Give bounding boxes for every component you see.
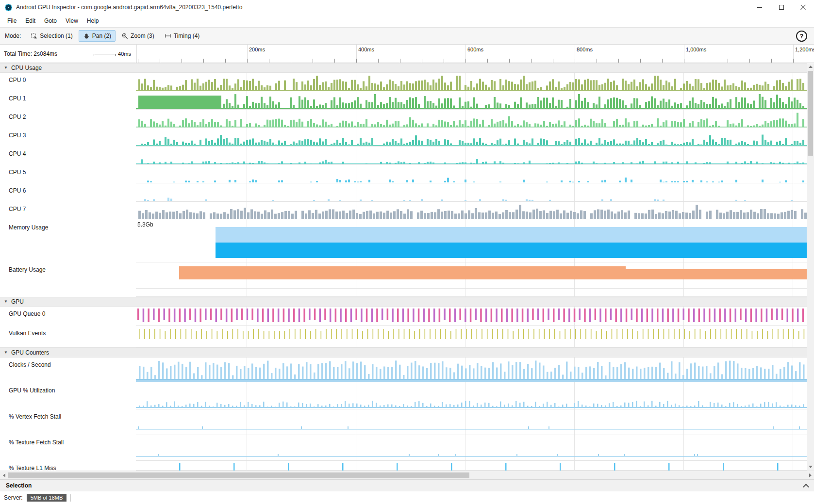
timing-icon — [165, 33, 171, 39]
chart-canvas[interactable] — [136, 383, 807, 409]
chart-canvas[interactable] — [136, 202, 807, 220]
selection-mode-button[interactable]: Selection (1) — [26, 30, 77, 42]
zoom-icon — [121, 33, 128, 39]
ruler-minor-tick — [313, 59, 313, 63]
track-chart-cpu-7[interactable] — [136, 202, 807, 220]
track-row-gpu-utilization: GPU % Utilization — [0, 383, 814, 409]
empty-chart[interactable] — [136, 289, 807, 297]
menu-edit[interactable]: Edit — [21, 16, 40, 26]
track-chart-battery-usage[interactable] — [136, 262, 807, 289]
track-chart-gpu-utilization[interactable] — [136, 383, 807, 409]
selection-panel-header[interactable]: Selection — [0, 479, 814, 491]
scroll-right-button[interactable] — [806, 471, 814, 479]
menu-file[interactable]: File — [3, 16, 21, 26]
section-label: GPU — [11, 298, 24, 305]
track-row-texture-l1-miss: % Texture L1 Miss — [0, 461, 814, 471]
chart-canvas[interactable] — [136, 461, 807, 471]
collapse-panel-icon[interactable] — [803, 484, 809, 490]
scroll-up-button[interactable] — [807, 63, 814, 70]
track-chart-clocks-second[interactable] — [136, 358, 807, 383]
track-row-cpu-7: CPU 7 — [0, 202, 814, 220]
chart-canvas[interactable] — [136, 165, 807, 183]
track-chart-cpu-3[interactable] — [136, 128, 807, 146]
track-label: CPU 1 — [0, 91, 136, 110]
track-chart-vulkan-events[interactable] — [136, 326, 807, 347]
timeline: ▼CPU UsageCPU 0CPU 1CPU 2CPU 3CPU 4CPU 5… — [0, 63, 814, 471]
ruler-tick-label: 200ms — [249, 47, 265, 52]
track-row-memory-usage: Memory Usage5.3Gb — [0, 220, 814, 262]
track-chart-cpu-1[interactable] — [136, 91, 807, 110]
chart-canvas[interactable] — [136, 307, 807, 326]
chart-canvas[interactable] — [136, 289, 807, 297]
chart-canvas[interactable] — [136, 128, 807, 146]
horizontal-scrollbar[interactable] — [0, 471, 814, 479]
chart-canvas[interactable] — [136, 73, 807, 91]
collapse-triangle-icon: ▼ — [4, 66, 8, 70]
ruler-minor-tick — [771, 59, 772, 63]
track-chart-cpu-2[interactable] — [136, 110, 807, 128]
ruler-minor-tick — [422, 59, 422, 63]
mode-label: Mode: — [5, 33, 21, 39]
track-label: CPU 5 — [0, 165, 136, 183]
collapse-triangle-icon: ▼ — [4, 300, 8, 304]
ruler-minor-tick — [597, 59, 597, 63]
window-controls — [748, 0, 814, 15]
horizontal-scrollbar-thumb[interactable] — [8, 472, 469, 478]
scroll-down-button[interactable] — [807, 463, 814, 471]
track-row-cpu-0: CPU 0 — [0, 73, 814, 91]
section-label: CPU Usage — [11, 65, 42, 71]
vertical-scrollbar-thumb[interactable] — [808, 71, 813, 156]
scroll-up-icon — [809, 65, 813, 68]
zoom-mode-button[interactable]: Zoom (3) — [117, 30, 159, 42]
ruler-minor-tick — [465, 59, 466, 63]
ruler-minor-tick — [138, 59, 138, 63]
track-chart-texture-l1-miss[interactable] — [136, 461, 807, 471]
chart-canvas[interactable] — [136, 146, 807, 165]
track-chart-cpu-0[interactable] — [136, 73, 807, 91]
chart-canvas[interactable] — [136, 358, 807, 383]
maximize-button[interactable] — [770, 0, 792, 15]
minimize-button[interactable] — [748, 0, 770, 15]
section-header-gpu-counters[interactable]: ▼GPU Counters — [0, 347, 814, 358]
track-row-vertex-fetch-stall: % Vertex Fetch Stall — [0, 409, 814, 435]
menu-goto[interactable]: Goto — [40, 16, 61, 26]
chart-canvas[interactable] — [136, 183, 807, 202]
chart-canvas[interactable] — [136, 409, 807, 435]
chart-canvas[interactable] — [136, 262, 807, 289]
ruler-minor-tick — [182, 59, 182, 63]
ruler-minor-tick — [662, 59, 663, 63]
scroll-left-icon — [3, 473, 5, 477]
window-title: Android GPU Inspector - com.google.andro… — [16, 4, 242, 11]
help-button[interactable]: ? — [796, 31, 807, 42]
chart-canvas[interactable] — [136, 435, 807, 461]
ruler-minor-tick — [225, 59, 226, 63]
track-chart-cpu-6[interactable] — [136, 183, 807, 202]
scroll-left-button[interactable] — [0, 471, 8, 479]
ruler-track[interactable]: 200ms400ms600ms800ms1,000ms1,200ms — [136, 45, 814, 63]
track-chart-cpu-4[interactable] — [136, 146, 807, 165]
menu-help[interactable]: Help — [83, 16, 103, 26]
pan-mode-label: Pan (2) — [92, 33, 111, 39]
ruler-minor-tick — [793, 59, 794, 63]
track-label: GPU Queue 0 — [0, 307, 136, 326]
track-chart-texture-fetch-stall[interactable] — [136, 435, 807, 461]
pan-mode-button[interactable]: Pan (2) — [79, 30, 116, 42]
close-button[interactable] — [792, 0, 814, 15]
chart-canvas[interactable] — [136, 220, 807, 262]
track-chart-gpu-queue-0[interactable] — [136, 307, 807, 326]
menu-view[interactable]: View — [61, 16, 83, 26]
section-header-cpu-usage[interactable]: ▼CPU Usage — [0, 63, 814, 73]
track-chart-vertex-fetch-stall[interactable] — [136, 409, 807, 435]
ruler-minor-tick — [618, 59, 619, 63]
track-chart-memory-usage[interactable]: 5.3Gb — [136, 220, 807, 262]
chart-canvas[interactable] — [136, 110, 807, 128]
scale-value-label: 40ms — [118, 51, 131, 57]
total-time-panel: Total Time: 2s084ms 40ms — [0, 45, 136, 63]
chart-canvas[interactable] — [136, 326, 807, 347]
vertical-scrollbar[interactable] — [807, 63, 814, 471]
section-header-gpu[interactable]: ▼GPU — [0, 297, 814, 307]
timing-mode-button[interactable]: Timing (4) — [160, 30, 204, 42]
track-label: Battery Usage — [0, 262, 136, 289]
track-chart-cpu-5[interactable] — [136, 165, 807, 183]
chart-canvas[interactable] — [136, 91, 807, 110]
